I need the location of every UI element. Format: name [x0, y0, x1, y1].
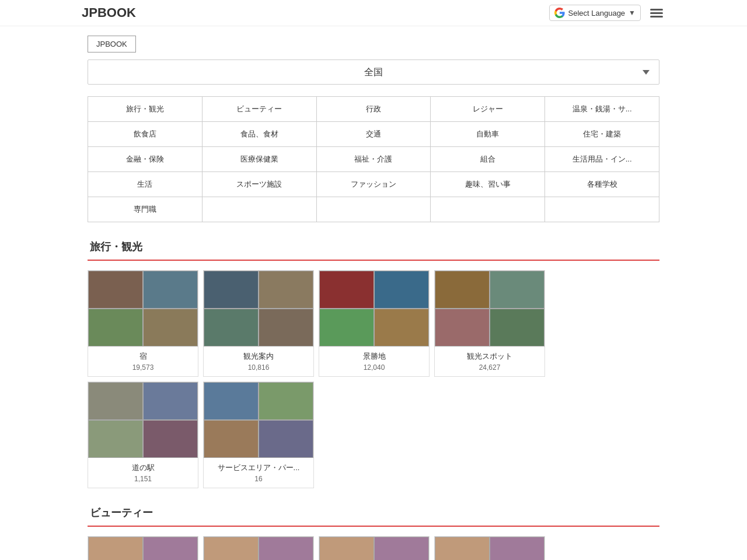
card-img-bot-left: [204, 309, 259, 346]
card-images: [204, 537, 313, 560]
card-images: [88, 537, 198, 560]
category-cell[interactable]: 自動車: [431, 122, 545, 147]
card-count: 19,573: [93, 363, 193, 372]
category-cell[interactable]: 各種学校: [545, 172, 659, 197]
category-cell[interactable]: 組合: [431, 147, 545, 172]
card-item[interactable]: 景勝地12,040: [319, 270, 430, 377]
card-img-bot-right: [374, 309, 429, 346]
card-img-top-right: [259, 271, 313, 309]
section-divider-beauty: [88, 526, 659, 527]
card-grid-beauty: ビューティー1ビューティー2ビューティー3ビューティー4ビューティー5: [88, 536, 659, 560]
card-item[interactable]: 観光案内10,816: [203, 270, 314, 377]
card-img-bot-right: [143, 309, 198, 346]
card-item[interactable]: ビューティー2: [203, 536, 314, 560]
category-cell[interactable]: [202, 197, 316, 222]
menu-line-2: [650, 12, 663, 14]
card-img-bot-left: [88, 309, 143, 346]
card-info: 宿19,573: [88, 346, 198, 376]
card-images: [88, 382, 198, 458]
card-img-top-left: [204, 271, 259, 309]
breadcrumb-tab[interactable]: JPBOOK: [88, 36, 136, 52]
region-selector-wrapper: 全国北海道東北関東中部近畿中国四国九州沖縄: [88, 60, 659, 85]
card-item[interactable]: 道の駅1,151: [88, 382, 198, 488]
category-cell[interactable]: 金融・保険: [88, 147, 203, 172]
region-select[interactable]: 全国北海道東北関東中部近畿中国四国九州沖縄: [88, 60, 659, 85]
card-img-top-right: [259, 537, 313, 560]
category-cell[interactable]: 生活用品・イン...: [545, 147, 659, 172]
card-img-bot-right: [259, 309, 313, 346]
card-img-top-left: [88, 382, 143, 420]
site-logo[interactable]: JPBOOK: [82, 5, 136, 20]
card-img-top-left: [319, 537, 374, 560]
card-img-bot-left: [435, 309, 490, 346]
card-count: 12,040: [324, 363, 424, 372]
card-images: [435, 271, 544, 346]
card-count: 16: [208, 475, 309, 483]
card-item[interactable]: 宿19,573: [88, 270, 198, 377]
card-item[interactable]: ビューティー4: [434, 536, 545, 560]
main-content: JPBOOK 全国北海道東北関東中部近畿中国四国九州沖縄 旅行・観光ビューティー…: [88, 26, 659, 560]
category-cell[interactable]: 行政: [316, 97, 431, 122]
card-img-top-left: [88, 537, 143, 560]
card-item[interactable]: ビューティー1: [88, 536, 198, 560]
card-name: 観光スポット: [439, 351, 540, 362]
card-img-top-left: [204, 382, 259, 420]
header: JPBOOK Select Language ▼: [0, 0, 747, 26]
card-name: 観光案内: [208, 351, 309, 362]
category-cell[interactable]: 食品、食材: [202, 122, 316, 147]
card-name: サービスエリア・パー...: [208, 463, 309, 473]
category-grid: 旅行・観光ビューティー行政レジャー温泉・銭湯・サ...飲食店食品、食材交通自動車…: [88, 96, 659, 222]
card-img-top-right: [143, 271, 198, 309]
card-images: [204, 271, 313, 346]
category-cell[interactable]: [545, 197, 659, 222]
card-name: 宿: [93, 351, 193, 362]
category-cell[interactable]: 医療保健業: [202, 147, 316, 172]
category-cell[interactable]: ファッション: [316, 172, 431, 197]
category-cell[interactable]: 飲食店: [88, 122, 203, 147]
card-info: 観光スポット24,627: [435, 346, 544, 376]
card-img-top-right: [490, 271, 544, 309]
category-cell[interactable]: 福祉・介護: [316, 147, 431, 172]
category-cell[interactable]: 交通: [316, 122, 431, 147]
card-images: [204, 382, 313, 458]
card-info: 道の駅1,151: [88, 458, 198, 488]
card-img-top-right: [490, 537, 544, 560]
language-label: Select Language: [568, 9, 626, 18]
card-img-top-left: [319, 271, 374, 309]
category-cell[interactable]: 住宅・建築: [545, 122, 659, 147]
category-cell[interactable]: スポーツ施設: [202, 172, 316, 197]
category-cell[interactable]: 生活: [88, 172, 203, 197]
language-selector[interactable]: Select Language ▼: [549, 5, 641, 21]
card-info: サービスエリア・パー...16: [204, 458, 313, 488]
category-cell[interactable]: [316, 197, 431, 222]
category-cell[interactable]: ビューティー: [202, 97, 316, 122]
card-count: 24,627: [439, 363, 540, 372]
card-count: 1,151: [93, 475, 193, 483]
category-cell[interactable]: 専門職: [88, 197, 203, 222]
card-img-top-right: [143, 537, 198, 560]
card-img-top-left: [88, 271, 143, 309]
card-item[interactable]: 観光スポット24,627: [434, 270, 545, 377]
category-cell[interactable]: 温泉・銭湯・サ...: [545, 97, 659, 122]
header-right: Select Language ▼: [549, 5, 665, 21]
section-heading-beauty: ビューティー: [88, 506, 659, 520]
category-cell[interactable]: 趣味、習い事: [431, 172, 545, 197]
card-grid-travel: 宿19,573観光案内10,816景勝地12,040観光スポット24,627道の…: [88, 270, 659, 488]
card-img-top-left: [204, 537, 259, 560]
card-img-top-right: [374, 271, 429, 309]
card-img-bot-left: [204, 420, 259, 458]
category-cell[interactable]: レジャー: [431, 97, 545, 122]
card-img-top-left: [435, 271, 490, 309]
card-img-top-right: [143, 382, 198, 420]
category-cell[interactable]: [431, 197, 545, 222]
card-images: [319, 537, 429, 560]
card-images: [88, 271, 198, 346]
menu-button[interactable]: [648, 6, 665, 20]
card-name: 道の駅: [93, 463, 193, 473]
card-item[interactable]: サービスエリア・パー...16: [203, 382, 314, 488]
card-item[interactable]: ビューティー3: [319, 536, 430, 560]
card-img-bot-right: [259, 420, 313, 458]
category-cell[interactable]: 旅行・観光: [88, 97, 203, 122]
card-info: 景勝地12,040: [319, 346, 429, 376]
section-heading-travel: 旅行・観光: [88, 240, 659, 254]
